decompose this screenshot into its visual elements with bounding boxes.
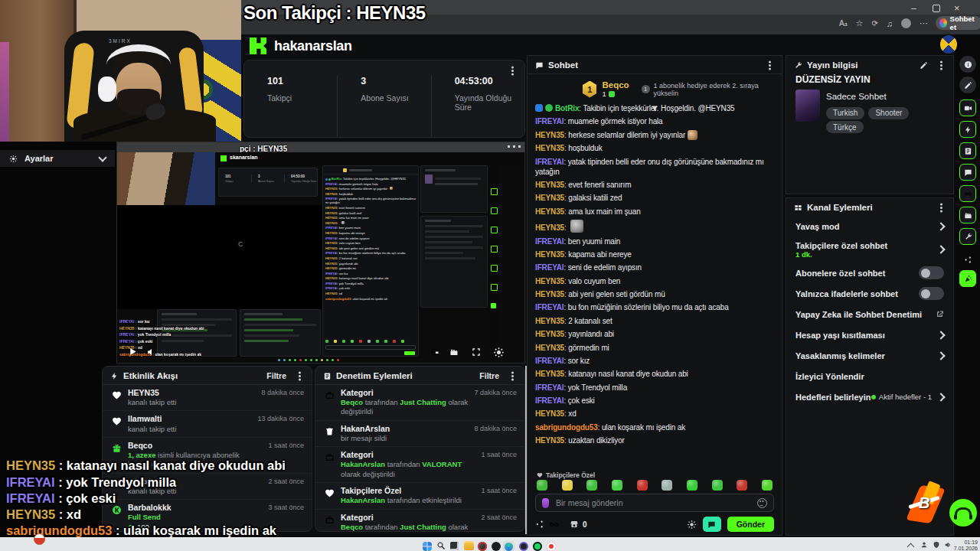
browser-menu-icon[interactable]: ⋯ [920,18,928,28]
player-fullscreen-icon[interactable] [471,347,482,357]
tray-volume-icon[interactable] [944,541,952,549]
chat-settings-gear-icon[interactable] [687,520,697,530]
poll-icon[interactable] [959,142,976,159]
channel-action-yava-mod[interactable]: Yavaş mod [786,216,953,236]
edit-icon[interactable] [959,77,976,93]
chat-message: HEYN35: galaksi katili zed [325,211,416,215]
clip-icon[interactable] [959,207,976,223]
channel-actions-menu-icon[interactable] [940,207,942,209]
channel-name[interactable]: hakanarslan [274,38,352,54]
share-icon[interactable] [959,251,976,268]
stream-info-menu-icon[interactable] [940,64,942,67]
player-clip-icon[interactable] [449,347,459,357]
support-chat-bubble[interactable] [949,499,977,527]
link-icon[interactable] [549,520,559,530]
activity-menu-icon[interactable] [299,375,301,377]
taskbar-file-explorer[interactable] [464,543,474,550]
emote-ghost[interactable] [662,480,672,491]
taskbar-windows[interactable] [423,542,432,551]
window-restore-button[interactable] [933,5,940,12]
edit-stream-info-icon[interactable] [920,61,928,70]
send-button[interactable]: Gönder [727,517,774,532]
botrix-button[interactable] [703,517,721,532]
chat-menu-icon[interactable] [769,64,771,67]
collections-icon[interactable]: ⟳ [871,19,877,28]
emoji-picker-icon[interactable] [757,498,767,508]
browser-avatar[interactable] [901,18,911,28]
stats-menu-icon[interactable] [511,70,514,72]
emote-ghost [368,340,371,343]
chat-username: HEYN35 [535,370,564,378]
emote-grin[interactable] [712,480,723,491]
chat-message: HEYN35: görmedin mi [325,266,416,270]
channel-action-yasaklanm-kelimeler[interactable]: Yasaklanmış kelimeler [786,345,953,366]
chat-leaderboard[interactable]: 1 Beqco 1 1 1 abonelik hediye ederek 2. … [528,74,782,101]
wrench-icon[interactable] [959,228,976,245]
player-pip-icon[interactable] [431,347,440,357]
info-icon[interactable] [959,56,976,73]
emote-halo[interactable] [612,480,622,491]
window-close-button[interactable]: × [954,2,960,14]
chat-username: IFREYAI [535,117,564,126]
celebration-icon[interactable] [959,270,976,287]
taskbar-spotify[interactable] [533,542,542,551]
taskbar-opera-gx[interactable] [478,542,487,551]
tray-mic-icon[interactable] [920,541,928,549]
toggle-off[interactable] [919,287,944,300]
taskbar-opera[interactable] [547,542,556,551]
channel-action-yapay-zeka-ile-sohbet-denetimi[interactable]: Yapay Zeka ile Sohbet Denetimi [786,304,953,324]
emote-banana[interactable] [562,480,573,491]
identity-icon[interactable] [535,520,544,529]
activity-filter-button[interactable]: Filtre [266,371,286,380]
player-settings-icon[interactable] [493,347,505,358]
store-icon[interactable] [570,520,579,529]
channel-action-hedefleri-belirleyin[interactable]: Hedefleri belirleyinAktif hedefler - 1 [786,386,953,407]
row-title: Beqco [128,441,262,451]
chat-text: galaksi katili zed [568,194,622,202]
emote-slime[interactable] [586,480,597,491]
taskbar-discord[interactable] [519,542,528,551]
emote-wink[interactable] [762,480,773,491]
channel-action-i-zleyici-y-nlendir[interactable]: İzleyici Yönlendir [786,366,953,386]
chevron-right-icon [936,351,945,360]
tray-shield-icon[interactable] [933,541,940,549]
tray-clock[interactable]: 01:197.01.2026 [954,540,978,551]
cam-icon[interactable] [959,99,976,116]
chat-message: HEYN35: [325,221,416,225]
channel-action-abonelere-zel-sohbet[interactable]: Abonelere özel sohbet [786,262,953,283]
channel-action-hesap-ya-k-s-tlamas-[interactable]: Hesap yaşı kısıtlaması [786,324,953,345]
player-play-button[interactable] [128,347,138,357]
bolt-icon[interactable] [959,121,976,138]
link-icon[interactable] [959,185,976,202]
emote-snail[interactable] [537,480,547,491]
player-volume-icon[interactable] [146,347,155,357]
chat-input[interactable]: Bir mesaj gönderin [535,494,774,512]
taskbar-search[interactable] [436,541,446,550]
chat-text: kapama abi nereye [568,250,632,259]
settings-row[interactable]: Ayarlar [0,150,115,167]
chat-icon[interactable] [959,164,976,181]
moderation-filter-button[interactable]: Filtre [479,371,499,380]
favorites-star-icon[interactable]: ☆ [856,18,864,28]
emote-angry-book[interactable] [637,480,648,491]
font-size-icon[interactable]: Aa [839,19,848,28]
identity-emote-icon[interactable] [542,498,549,508]
emote-mouth[interactable] [737,480,747,491]
tag-pill: Shooter [868,107,909,119]
chat-username: HEYN35 [325,187,338,191]
toggle-off[interactable] [919,266,944,279]
window-minimize-button[interactable]: – [911,3,916,14]
copilot-button[interactable]: Sohbet et [936,16,980,30]
moderation-menu-icon[interactable] [511,375,514,377]
taskbar-app-dark[interactable] [492,542,501,551]
category-thumbnail[interactable] [795,90,820,122]
player-progress-dots[interactable] [278,359,339,361]
emote-happy[interactable] [687,480,697,491]
category-name[interactable]: Sadece Sohbet [826,92,944,101]
channel-action-takip-ilere-zel-sohbet[interactable]: Takipçilere özel sohbet1 dk. [786,236,953,262]
stream-preview-player[interactable]: pçi : HEYN35 skanarslan 101Takipçi3Abone… [116,142,525,364]
channel-action-yaln-zca-ifadelerle-sohbet[interactable]: Yalnızca ifadelerle sohbet [786,283,953,304]
taskbar-task-view[interactable] [450,542,459,550]
media-icon[interactable]: ♫ [887,19,893,28]
tray-chevron-up-icon[interactable] [907,543,915,551]
